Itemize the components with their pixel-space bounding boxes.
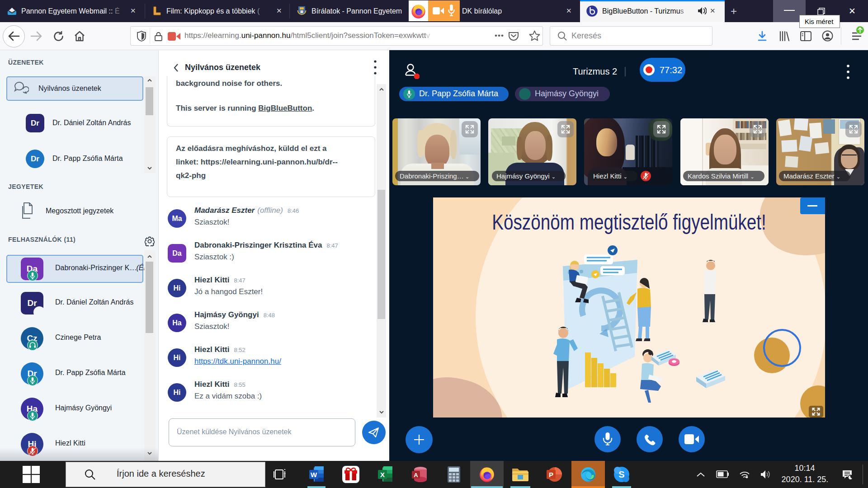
svg-text:W: W — [311, 471, 317, 479]
svg-text:X: X — [380, 471, 385, 479]
svg-text:P: P — [549, 471, 553, 479]
svg-text:S: S — [618, 469, 624, 479]
svg-text:A: A — [414, 472, 418, 479]
